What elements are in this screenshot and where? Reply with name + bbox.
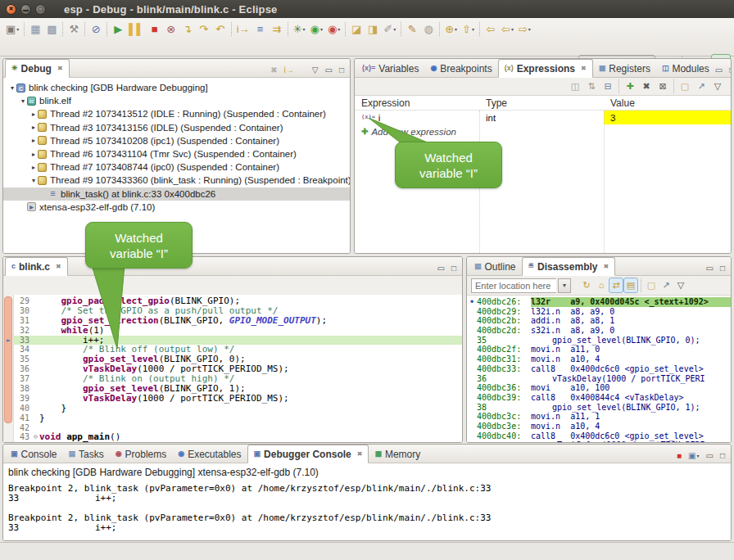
run-button[interactable]: ◉▾	[308, 20, 325, 38]
debug-tab-debug[interactable]: ✳Debug✖	[5, 59, 70, 78]
expressions-tab-modules[interactable]: ◫Modules	[656, 60, 715, 77]
disassembly-instruction-row[interactable]: 400dbc40:call8 0x400dc6c0 <gpio_set_leve…	[467, 431, 731, 441]
remove-all-expressions-button[interactable]: ⊠	[655, 79, 671, 94]
terminate-console-button[interactable]: ■	[677, 452, 682, 460]
location-dropdown-icon[interactable]: ▼	[558, 278, 571, 293]
disassembly-tab-disassembly[interactable]: ≝Disassembly✖	[522, 257, 616, 276]
debug-button[interactable]: ✳▾	[291, 20, 308, 38]
disassembly-instruction-row[interactable]: 400dbc39:call8 0x400844c4 <vTaskDelay>	[467, 393, 731, 403]
resume-button[interactable]: ▶	[110, 20, 126, 38]
show-logical-structure-button[interactable]: ⇅	[583, 79, 600, 94]
code-line[interactable]: 41}	[3, 413, 462, 423]
disassembly-instruction-row[interactable]: 400dbc2f:movi.n a11, 0	[467, 345, 731, 355]
debug-tree-item[interactable]: ▾Thread #9 1073433360 (blink_task : Runn…	[3, 174, 350, 187]
new-wizard-button[interactable]: ▣▾	[3, 20, 21, 38]
instruction-stepping-mode-button[interactable]: i→	[284, 66, 294, 75]
use-step-filters-button[interactable]: ⇉	[269, 20, 285, 38]
link-with-editor-button[interactable]: ⇧▾	[460, 20, 477, 38]
disconnect-button[interactable]: ⊗	[163, 20, 179, 38]
minimize-button[interactable]: ▭	[706, 264, 714, 273]
pin-editor-button[interactable]: ⊕▾	[442, 20, 460, 38]
skip-all-breakpoints-button[interactable]: ⊘	[88, 20, 104, 38]
disassembly-tab-outline[interactable]: ▤Outline	[469, 258, 522, 275]
open-resource-button[interactable]: ◨	[365, 20, 381, 38]
debug-tree-item[interactable]: ▾blink checking [GDB Hardware Debugging]	[3, 81, 350, 94]
console-tab-executables[interactable]: ◉Executables	[172, 445, 247, 463]
add-expression-row[interactable]: ✚Add new expression	[355, 124, 731, 138]
column-header-expression[interactable]: Expression	[355, 96, 479, 110]
pin-view-button[interactable]: ↗	[693, 79, 709, 94]
minimize-button[interactable]: ▭	[325, 66, 333, 75]
external-tools-button[interactable]: ✐▾	[381, 20, 398, 38]
maximize-button[interactable]: □	[720, 264, 725, 273]
console-tab-tasks[interactable]: ▤Tasks	[63, 445, 110, 463]
view-menu-toolbar-button[interactable]: ≡	[252, 20, 269, 38]
tab-close-icon[interactable]: ✖	[56, 263, 61, 270]
location-input[interactable]: Enter location here	[471, 278, 556, 293]
maximize-button[interactable]: □	[729, 66, 732, 75]
view-menu-button[interactable]: ▽	[709, 79, 726, 94]
expression-row[interactable]: (x)=iint3	[355, 111, 731, 124]
code-line[interactable]: 44{	[3, 442, 462, 443]
home-button[interactable]: ⌂	[594, 278, 609, 293]
suspend-button[interactable]: ▌▌	[126, 20, 146, 38]
disassembly-instruction-row[interactable]: ◆400dbc26:l32r a9, 0x400d045c <_stext+10…	[467, 297, 731, 307]
profile-button[interactable]: ◉▾	[325, 20, 342, 38]
tab-close-icon[interactable]: ✖	[581, 65, 587, 72]
display-selected-console-button[interactable]: ▣▾	[688, 452, 699, 460]
step-into-button[interactable]: ↴	[179, 20, 196, 38]
expressions-tab-breakpoints[interactable]: ◉Breakpoints	[424, 60, 497, 77]
remove-all-terminated-button[interactable]: ✖	[270, 66, 277, 75]
build-button[interactable]: ⚒	[66, 20, 82, 38]
remove-expression-button[interactable]: ✖	[638, 79, 655, 94]
refresh-button[interactable]: ↻	[579, 278, 594, 293]
disassembly-instruction-row[interactable]: 400dbc31:movi.n a10, 4	[467, 355, 731, 364]
minimize-button[interactable]: ▭	[437, 264, 445, 273]
disassembly-instruction-row[interactable]: 400dbc2b:addi.n a8, a8, 1	[467, 316, 731, 326]
back-button[interactable]: ⇦	[483, 20, 499, 38]
disassembly-instruction-row[interactable]: 400dbc29:l32i.n a8, a9, 0	[467, 307, 731, 317]
console-tab-memory[interactable]: ▦Memory	[369, 445, 426, 463]
maximize-button[interactable]: □	[451, 264, 456, 273]
disassembly-instruction-row[interactable]: 400dbc3c:movi.n a11, 1	[467, 412, 731, 422]
editor-content[interactable]: 29 gpio_pad_select_gpio(BLINK_GPIO);30 /…	[3, 295, 462, 443]
pin-view-button[interactable]: ↗	[659, 278, 673, 293]
view-menu-button[interactable]: ▽	[312, 66, 319, 75]
tab-close-icon[interactable]: ✖	[57, 65, 63, 72]
disassembly-source-row[interactable]: 36vTaskDelay(1000 / portTICK_PERI	[467, 374, 731, 384]
expressions-tab-expressions[interactable]: (x)Expressions✖	[498, 59, 593, 78]
debug-tree-item[interactable]: xtensa-esp32-elf-gdb (7.10)	[3, 201, 350, 214]
minimize-button[interactable]: ▬	[20, 4, 31, 15]
annotations-button[interactable]: ◍	[420, 20, 437, 38]
tab-close-icon[interactable]: ✖	[603, 263, 609, 270]
collapse-all-button[interactable]: ⊟	[600, 79, 616, 94]
debug-tree-item[interactable]: ▸Thread #2 1073413512 (IDLE : Running) (…	[3, 107, 350, 120]
maximize-button[interactable]: ▢	[35, 4, 46, 15]
code-line[interactable]: 39 vTaskDelay(1000 / portTICK_PERIOD_MS)…	[3, 394, 462, 404]
disassembly-instruction-row[interactable]: 400dbc33:call8 0x400dc6c0 <gpio_set_leve…	[467, 364, 731, 374]
minimize-button[interactable]: ▭	[715, 66, 723, 75]
show-type-names-button[interactable]: ◫	[567, 79, 583, 94]
save-all-button[interactable]: ▩	[43, 20, 60, 38]
debug-tree-item[interactable]: ▸Thread #7 1073408744 (ipc0) (Suspended …	[3, 160, 350, 174]
debug-tree-item[interactable]: ▸Thread #5 1073410208 (ipc1) (Suspended …	[3, 134, 350, 147]
debug-tree-item[interactable]: ▸Thread #3 1073413156 (IDLE) (Suspended …	[3, 121, 350, 134]
add-expression-button[interactable]: ✚	[622, 79, 638, 94]
forward-button[interactable]: ⇦▾	[499, 20, 516, 38]
expressions-tab-registers[interactable]: ▦Registers	[593, 60, 656, 77]
disassembly-instruction-row[interactable]: 400dbc3e:movi.n a10, 4	[467, 422, 731, 431]
new-view-button[interactable]: ▢	[644, 278, 659, 293]
new-view-button[interactable]: ▢	[677, 79, 693, 94]
disassembly-source-row[interactable]: 35gpio_set_level(BLINK_GPIO, 0);	[467, 336, 731, 345]
close-button[interactable]: ✖	[6, 4, 16, 15]
terminate-button[interactable]: ■	[147, 20, 163, 38]
debug-tree-item[interactable]: blink_task() at blink.c:33 0x400dbc26	[3, 187, 350, 201]
save-button[interactable]: ▦	[27, 20, 43, 38]
console-log[interactable]: Breakpoint 2, blink_task (pvParameter=0x…	[3, 478, 731, 533]
code-line[interactable]: 43⊖void app_main()	[3, 432, 462, 442]
view-menu-button[interactable]: ▽	[673, 278, 688, 293]
step-over-button[interactable]: ↷	[196, 20, 212, 38]
disassembly-instruction-row[interactable]: 400dbc2d:s32i.n a8, a9, 0	[467, 326, 731, 336]
maximize-button[interactable]: □	[720, 452, 725, 460]
console-tab-debugger-console[interactable]: ▣Debugger Console✖	[247, 445, 369, 463]
